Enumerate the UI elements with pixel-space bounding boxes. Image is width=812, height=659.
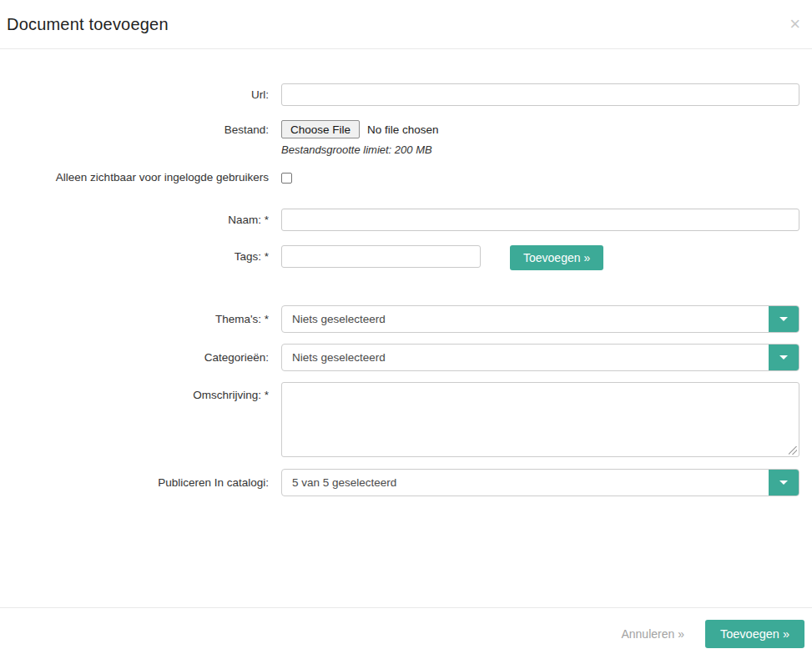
file-size-note: Bestandsgrootte limiet: 200 MB [281, 143, 799, 156]
categorieen-dropdown-button[interactable] [769, 345, 799, 370]
themas-dropdown-button[interactable] [769, 306, 799, 332]
omschrijving-row: Omschrijving: * [0, 382, 812, 457]
submit-button[interactable]: Toevoegen » [705, 620, 804, 648]
tags-row: Tags: * Toevoegen » [0, 245, 812, 270]
naam-row: Naam: * [0, 209, 812, 231]
publiceren-label: Publiceren In catalogi: [0, 469, 281, 489]
file-status-text: No file chosen [367, 123, 439, 136]
url-row: Url: [0, 83, 812, 106]
categorieen-selected-value: Niets geselecteerd [282, 351, 386, 364]
tags-add-button[interactable]: Toevoegen » [510, 245, 603, 270]
omschrijving-label: Omschrijving: * [0, 382, 281, 401]
visibility-label: Alleen zichtbaar voor ingelogde gebruike… [0, 171, 281, 184]
naam-input[interactable] [281, 209, 799, 231]
modal-footer: Annuleren » Toevoegen » [0, 607, 812, 659]
modal-title: Document toevoegen [7, 15, 169, 34]
categorieen-row: Categorieën: Niets geselecteerd [0, 344, 812, 371]
close-icon[interactable]: × [789, 15, 800, 33]
chevron-down-icon [779, 355, 788, 360]
themas-selected-value: Niets geselecteerd [282, 313, 386, 325]
chevron-down-icon [779, 480, 788, 485]
add-document-modal: Document toevoegen × Url: Bestand: Choos… [0, 0, 812, 659]
file-input[interactable]: Choose File No file chosen [281, 120, 799, 138]
tags-input[interactable] [281, 245, 481, 268]
bestand-label: Bestand: [0, 120, 281, 136]
choose-file-button[interactable]: Choose File [281, 120, 360, 138]
modal-body: Url: Bestand: Choose File No file chosen… [0, 49, 812, 607]
publiceren-dropdown[interactable]: 5 van 5 geselecteerd [281, 469, 799, 496]
url-input[interactable] [281, 83, 799, 106]
publiceren-row: Publiceren In catalogi: 5 van 5 geselect… [0, 469, 812, 496]
naam-label: Naam: * [0, 209, 281, 226]
themas-dropdown[interactable]: Niets geselecteerd [281, 305, 799, 333]
url-label: Url: [0, 83, 281, 101]
categorieen-dropdown[interactable]: Niets geselecteerd [281, 344, 799, 371]
publiceren-selected-value: 5 van 5 geselecteerd [282, 476, 396, 489]
cancel-link[interactable]: Annuleren » [621, 627, 684, 641]
publiceren-dropdown-button[interactable] [769, 470, 799, 496]
omschrijving-textarea[interactable] [281, 382, 799, 457]
themas-label: Thema's: * [0, 305, 281, 325]
modal-header: Document toevoegen × [0, 0, 812, 49]
themas-row: Thema's: * Niets geselecteerd [0, 305, 812, 333]
tags-label: Tags: * [0, 245, 281, 263]
resize-handle-icon[interactable] [789, 446, 797, 455]
visibility-row: Alleen zichtbaar voor ingelogde gebruike… [0, 171, 812, 187]
chevron-down-icon [779, 317, 788, 321]
visibility-checkbox[interactable] [281, 173, 292, 184]
categorieen-label: Categorieën: [0, 344, 281, 364]
bestand-row: Bestand: Choose File No file chosen Best… [0, 120, 812, 156]
